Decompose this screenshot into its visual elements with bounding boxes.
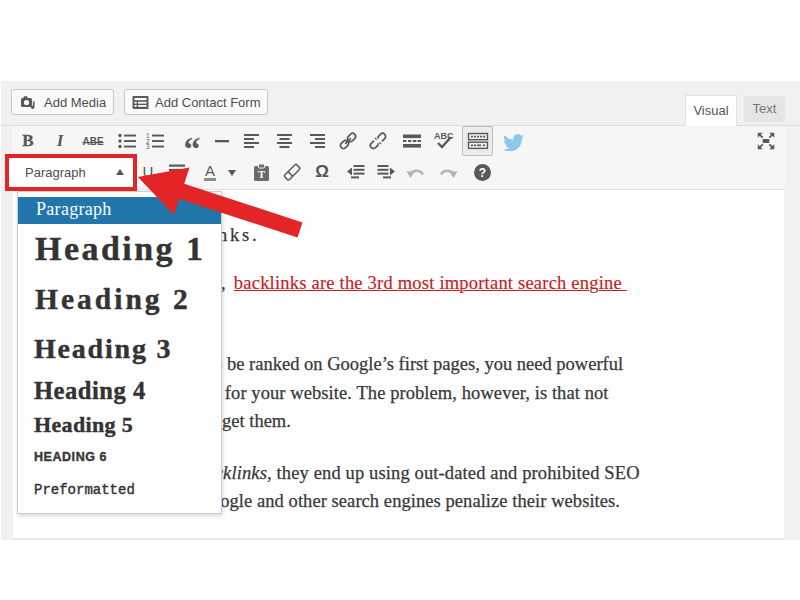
- svg-text:ABC: ABC: [434, 131, 454, 141]
- svg-text:T: T: [257, 168, 264, 179]
- svg-text:?: ?: [478, 166, 485, 180]
- svg-text:3: 3: [146, 143, 150, 150]
